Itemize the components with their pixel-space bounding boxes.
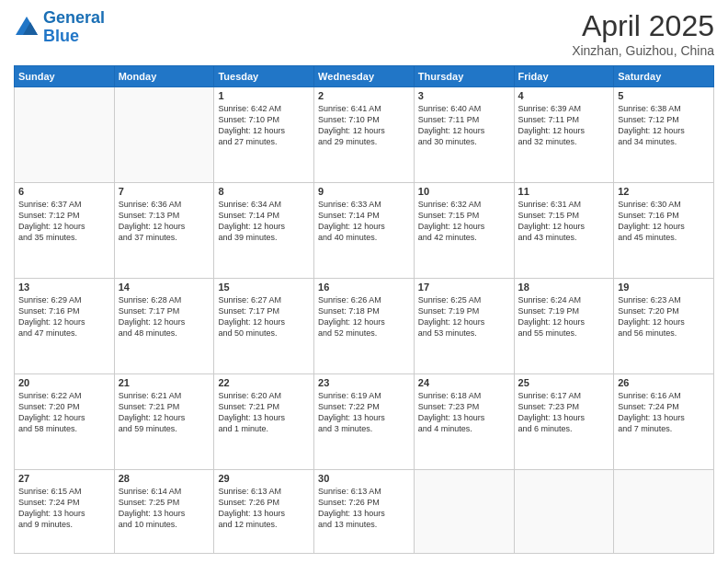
calendar-cell: 5Sunrise: 6:38 AM Sunset: 7:12 PM Daylig… [614,87,714,183]
col-friday: Friday [514,66,614,87]
calendar-cell: 7Sunrise: 6:36 AM Sunset: 7:13 PM Daylig… [114,183,214,279]
day-number: 28 [119,473,210,484]
day-number: 10 [418,186,510,197]
day-info: Sunrise: 6:20 AM Sunset: 7:21 PM Dayligh… [218,390,310,435]
day-info: Sunrise: 6:17 AM Sunset: 7:23 PM Dayligh… [518,390,610,435]
day-info: Sunrise: 6:21 AM Sunset: 7:21 PM Dayligh… [119,390,210,435]
calendar-cell [15,87,115,183]
day-info: Sunrise: 6:37 AM Sunset: 7:12 PM Dayligh… [18,199,110,244]
day-number: 3 [418,90,510,101]
calendar-cell: 13Sunrise: 6:29 AM Sunset: 7:16 PM Dayli… [15,279,115,374]
day-number: 2 [318,90,410,101]
calendar-cell: 8Sunrise: 6:34 AM Sunset: 7:14 PM Daylig… [214,183,314,279]
calendar-cell: 25Sunrise: 6:17 AM Sunset: 7:23 PM Dayli… [514,374,614,470]
day-info: Sunrise: 6:25 AM Sunset: 7:19 PM Dayligh… [418,294,510,339]
calendar-row-5: 27Sunrise: 6:15 AM Sunset: 7:24 PM Dayli… [15,470,714,554]
day-info: Sunrise: 6:33 AM Sunset: 7:14 PM Dayligh… [318,199,410,244]
day-number: 1 [218,90,310,101]
day-info: Sunrise: 6:29 AM Sunset: 7:16 PM Dayligh… [18,294,110,339]
day-info: Sunrise: 6:39 AM Sunset: 7:11 PM Dayligh… [518,103,610,148]
day-number: 12 [618,186,710,197]
calendar-row-2: 6Sunrise: 6:37 AM Sunset: 7:12 PM Daylig… [15,183,714,279]
calendar-cell [414,470,514,554]
day-number: 29 [218,473,310,484]
day-number: 16 [318,282,410,293]
title-block: April 2025 Xinzhan, Guizhou, China [572,9,714,58]
day-info: Sunrise: 6:14 AM Sunset: 7:25 PM Dayligh… [119,486,210,531]
logo-line1: General [43,8,105,27]
calendar-cell: 18Sunrise: 6:24 AM Sunset: 7:19 PM Dayli… [514,279,614,374]
day-number: 21 [119,377,210,388]
day-number: 24 [418,377,510,388]
logo-text: General Blue [43,9,105,46]
day-number: 9 [318,186,410,197]
logo-icon [14,15,40,40]
calendar-cell: 26Sunrise: 6:16 AM Sunset: 7:24 PM Dayli… [614,374,714,470]
col-monday: Monday [114,66,214,87]
calendar-cell: 27Sunrise: 6:15 AM Sunset: 7:24 PM Dayli… [15,470,115,554]
day-info: Sunrise: 6:18 AM Sunset: 7:23 PM Dayligh… [418,390,510,435]
calendar-table: Sunday Monday Tuesday Wednesday Thursday… [14,65,714,554]
day-info: Sunrise: 6:36 AM Sunset: 7:13 PM Dayligh… [119,199,210,244]
subtitle: Xinzhan, Guizhou, China [572,43,714,58]
col-sunday: Sunday [15,66,115,87]
main-title: April 2025 [572,9,714,43]
day-info: Sunrise: 6:27 AM Sunset: 7:17 PM Dayligh… [218,294,310,339]
calendar-cell: 17Sunrise: 6:25 AM Sunset: 7:19 PM Dayli… [414,279,514,374]
day-number: 14 [119,282,210,293]
day-info: Sunrise: 6:41 AM Sunset: 7:10 PM Dayligh… [318,103,410,148]
col-tuesday: Tuesday [214,66,314,87]
calendar-cell: 12Sunrise: 6:30 AM Sunset: 7:16 PM Dayli… [614,183,714,279]
day-info: Sunrise: 6:16 AM Sunset: 7:24 PM Dayligh… [618,390,710,435]
day-number: 7 [119,186,210,197]
day-info: Sunrise: 6:13 AM Sunset: 7:26 PM Dayligh… [218,486,310,531]
day-info: Sunrise: 6:26 AM Sunset: 7:18 PM Dayligh… [318,294,410,339]
calendar-cell: 19Sunrise: 6:23 AM Sunset: 7:20 PM Dayli… [614,279,714,374]
calendar-cell: 6Sunrise: 6:37 AM Sunset: 7:12 PM Daylig… [15,183,115,279]
day-number: 22 [218,377,310,388]
day-info: Sunrise: 6:22 AM Sunset: 7:20 PM Dayligh… [18,390,110,435]
calendar-cell [514,470,614,554]
header: General Blue April 2025 Xinzhan, Guizhou… [14,9,714,58]
calendar-cell: 30Sunrise: 6:13 AM Sunset: 7:26 PM Dayli… [314,470,415,554]
page: General Blue April 2025 Xinzhan, Guizhou… [0,0,728,563]
day-info: Sunrise: 6:42 AM Sunset: 7:10 PM Dayligh… [218,103,310,148]
calendar-cell: 9Sunrise: 6:33 AM Sunset: 7:14 PM Daylig… [314,183,415,279]
calendar-cell: 20Sunrise: 6:22 AM Sunset: 7:20 PM Dayli… [15,374,115,470]
calendar-cell: 14Sunrise: 6:28 AM Sunset: 7:17 PM Dayli… [114,279,214,374]
day-info: Sunrise: 6:13 AM Sunset: 7:26 PM Dayligh… [318,486,410,531]
calendar-body: 1Sunrise: 6:42 AM Sunset: 7:10 PM Daylig… [15,87,714,554]
day-number: 23 [318,377,410,388]
calendar-cell: 24Sunrise: 6:18 AM Sunset: 7:23 PM Dayli… [414,374,514,470]
day-number: 6 [18,186,110,197]
day-info: Sunrise: 6:32 AM Sunset: 7:15 PM Dayligh… [418,199,510,244]
day-info: Sunrise: 6:19 AM Sunset: 7:22 PM Dayligh… [318,390,410,435]
day-number: 11 [518,186,610,197]
day-number: 26 [618,377,710,388]
calendar-cell: 15Sunrise: 6:27 AM Sunset: 7:17 PM Dayli… [214,279,314,374]
day-info: Sunrise: 6:38 AM Sunset: 7:12 PM Dayligh… [618,103,710,148]
day-info: Sunrise: 6:15 AM Sunset: 7:24 PM Dayligh… [18,486,110,531]
day-number: 27 [18,473,110,484]
day-info: Sunrise: 6:34 AM Sunset: 7:14 PM Dayligh… [218,199,310,244]
calendar-cell: 1Sunrise: 6:42 AM Sunset: 7:10 PM Daylig… [214,87,314,183]
calendar-cell: 16Sunrise: 6:26 AM Sunset: 7:18 PM Dayli… [314,279,415,374]
calendar-cell: 28Sunrise: 6:14 AM Sunset: 7:25 PM Dayli… [114,470,214,554]
calendar-row-4: 20Sunrise: 6:22 AM Sunset: 7:20 PM Dayli… [15,374,714,470]
calendar-cell: 22Sunrise: 6:20 AM Sunset: 7:21 PM Dayli… [214,374,314,470]
calendar-header: Sunday Monday Tuesday Wednesday Thursday… [15,66,714,87]
col-saturday: Saturday [614,66,714,87]
calendar-cell [114,87,214,183]
header-row: Sunday Monday Tuesday Wednesday Thursday… [15,66,714,87]
col-thursday: Thursday [414,66,514,87]
calendar-row-1: 1Sunrise: 6:42 AM Sunset: 7:10 PM Daylig… [15,87,714,183]
day-number: 17 [418,282,510,293]
day-number: 13 [18,282,110,293]
day-number: 30 [318,473,410,484]
day-number: 15 [218,282,310,293]
day-info: Sunrise: 6:23 AM Sunset: 7:20 PM Dayligh… [618,294,710,339]
calendar-cell: 21Sunrise: 6:21 AM Sunset: 7:21 PM Dayli… [114,374,214,470]
calendar-cell [614,470,714,554]
day-info: Sunrise: 6:31 AM Sunset: 7:15 PM Dayligh… [518,199,610,244]
day-number: 25 [518,377,610,388]
